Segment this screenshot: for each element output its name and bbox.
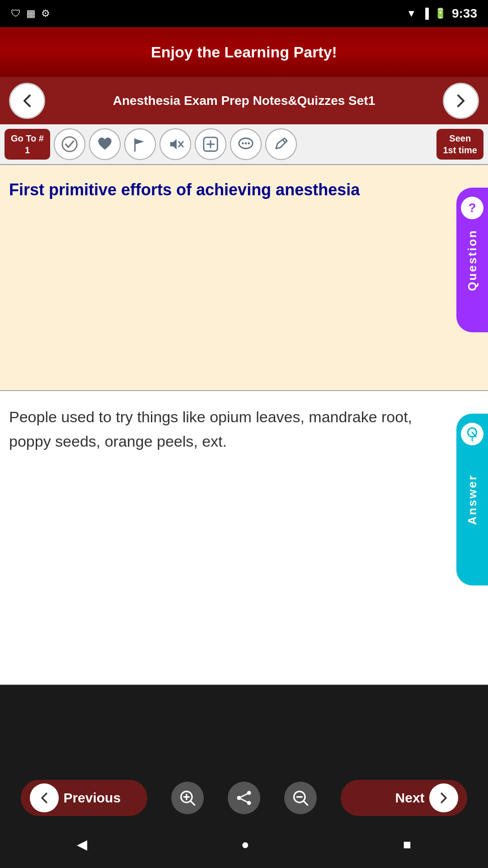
zoom-out-button[interactable] — [284, 782, 317, 814]
time-display: 9:33 — [452, 6, 477, 21]
svg-point-10 — [245, 142, 247, 145]
answer-tab-label: Answer — [465, 474, 479, 525]
answer-text: People used to try things like opium lea… — [0, 391, 488, 463]
forward-arrow-icon — [452, 92, 470, 110]
signal-icon: ▐ — [422, 8, 429, 19]
svg-point-0 — [62, 137, 77, 151]
bottom-nav: Previous Next — [0, 775, 488, 821]
battery-icon: 🔋 — [434, 8, 446, 19]
banner-text: Enjoy the Learning Party! — [151, 43, 337, 61]
question-tab-icon: ? — [461, 197, 483, 219]
question-tab[interactable]: ? Question — [456, 188, 488, 332]
previous-button[interactable]: Previous — [21, 780, 147, 816]
flag-icon — [131, 136, 149, 153]
question-tab-label: Question — [465, 229, 479, 291]
answer-tab[interactable]: Answer — [456, 414, 488, 585]
status-left-icons: 🛡 ▦ ⚙ — [11, 8, 50, 19]
svg-line-12 — [283, 140, 286, 143]
svg-line-24 — [239, 798, 249, 803]
comment-icon — [237, 136, 254, 153]
add-button[interactable] — [195, 128, 226, 160]
back-button[interactable] — [9, 83, 45, 119]
next-label: Next — [395, 790, 425, 806]
question-text: First primitive efforts of achieving ane… — [0, 165, 488, 210]
android-home-button[interactable]: ● — [241, 837, 249, 852]
sim-icon: ▦ — [26, 8, 36, 19]
seen-button[interactable]: Seen 1st time — [436, 129, 483, 160]
edit-button[interactable] — [265, 128, 297, 160]
back-arrow-icon — [18, 92, 36, 110]
mute-button[interactable] — [160, 128, 191, 160]
wifi-icon: ▼ — [407, 8, 417, 19]
seen-value: 1st time — [443, 144, 477, 156]
svg-point-9 — [242, 142, 244, 145]
question-card: First primitive efforts of achieving ane… — [0, 165, 488, 391]
previous-label: Previous — [63, 790, 121, 806]
status-bar: 🛡 ▦ ⚙ ▼ ▐ 🔋 9:33 — [0, 0, 488, 27]
next-button[interactable]: Next — [341, 780, 467, 816]
heart-icon — [96, 136, 113, 153]
share-button[interactable] — [228, 782, 260, 814]
seen-label: Seen — [443, 132, 477, 144]
check-button[interactable] — [54, 128, 85, 160]
android-recent-button[interactable]: ■ — [403, 837, 411, 852]
prev-arrow-icon — [30, 783, 59, 812]
forward-button[interactable] — [443, 83, 479, 119]
goto-button[interactable]: Go To # 1 — [5, 129, 50, 160]
shield-icon: 🛡 — [11, 8, 21, 19]
edit-icon — [272, 136, 290, 153]
svg-line-27 — [303, 801, 307, 805]
mute-icon — [167, 136, 184, 153]
add-icon — [202, 136, 219, 153]
toolbar: Go To # 1 — [0, 124, 488, 165]
goto-label: Go To # — [11, 132, 44, 144]
favorite-button[interactable] — [89, 128, 121, 160]
svg-marker-1 — [135, 139, 144, 144]
share-icon — [235, 789, 253, 807]
nav-bar: Anesthesia Exam Prep Notes&Quizzes Set1 — [0, 77, 488, 124]
nav-title: Anesthesia Exam Prep Notes&Quizzes Set1 — [45, 94, 443, 108]
answer-card: People used to try things like opium lea… — [0, 391, 488, 685]
flag-button[interactable] — [124, 128, 156, 160]
android-back-button[interactable]: ◀ — [77, 836, 87, 852]
goto-number: 1 — [11, 144, 44, 156]
settings-icon: ⚙ — [41, 8, 50, 19]
svg-line-19 — [191, 801, 195, 805]
android-nav-bar: ◀ ● ■ — [0, 821, 488, 868]
answer-tab-icon — [461, 423, 483, 445]
check-icon — [61, 136, 78, 153]
status-right-icons: ▼ ▐ 🔋 9:33 — [407, 6, 477, 21]
next-arrow-icon — [429, 783, 458, 812]
svg-point-11 — [248, 142, 250, 145]
comment-button[interactable] — [230, 128, 262, 160]
svg-line-23 — [239, 793, 249, 798]
zoom-in-button[interactable] — [171, 782, 204, 814]
zoom-in-icon — [178, 789, 197, 807]
zoom-out-icon — [291, 789, 310, 807]
top-banner: Enjoy the Learning Party! — [0, 27, 488, 77]
